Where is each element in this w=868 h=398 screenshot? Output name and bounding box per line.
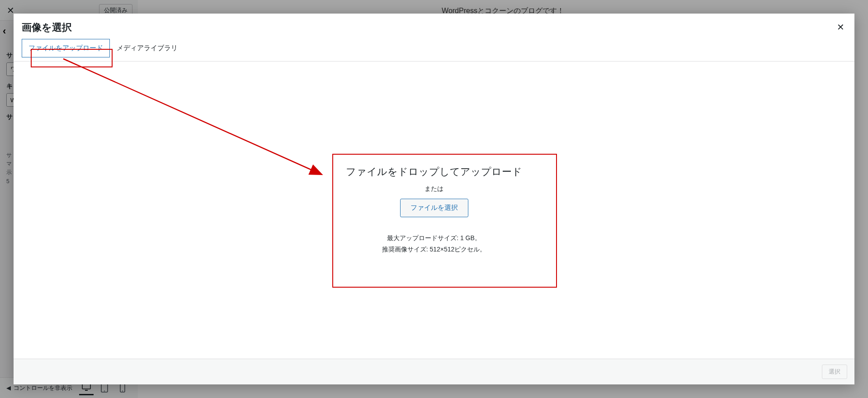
tab-media-library[interactable]: メディアライブラリ bbox=[110, 39, 184, 57]
upload-recommended-size: 推奨画像サイズ: 512×512ピクセル。 bbox=[344, 244, 524, 255]
modal-footer: 選択 bbox=[14, 359, 854, 384]
upload-max-size: 最大アップロードサイズ: 1 GB。 bbox=[344, 232, 524, 244]
modal-title: 画像を選択 bbox=[22, 21, 846, 34]
modal-close-button[interactable]: ✕ bbox=[834, 20, 847, 34]
modal-tabs: ファイルをアップロード メディアライブラリ bbox=[22, 39, 846, 57]
select-button[interactable]: 選択 bbox=[822, 365, 847, 379]
upload-or-label: または bbox=[344, 185, 524, 193]
media-modal: 画像を選択 ✕ ファイルをアップロード メディアライブラリ ファイルをドロップし… bbox=[14, 14, 854, 384]
modal-body: ファイルをドロップしてアップロード または ファイルを選択 最大アップロードサイ… bbox=[14, 61, 854, 359]
close-icon: ✕ bbox=[837, 22, 844, 32]
upload-drop-title: ファイルをドロップしてアップロード bbox=[344, 165, 524, 179]
modal-header: 画像を選択 ✕ ファイルをアップロード メディアライブラリ bbox=[14, 14, 854, 61]
upload-info: 最大アップロードサイズ: 1 GB。 推奨画像サイズ: 512×512ピクセル。 bbox=[344, 232, 524, 255]
upload-dropzone[interactable]: ファイルをドロップしてアップロード または ファイルを選択 最大アップロードサイ… bbox=[344, 165, 524, 255]
tab-upload-files[interactable]: ファイルをアップロード bbox=[22, 39, 110, 57]
select-files-button[interactable]: ファイルを選択 bbox=[400, 199, 468, 217]
